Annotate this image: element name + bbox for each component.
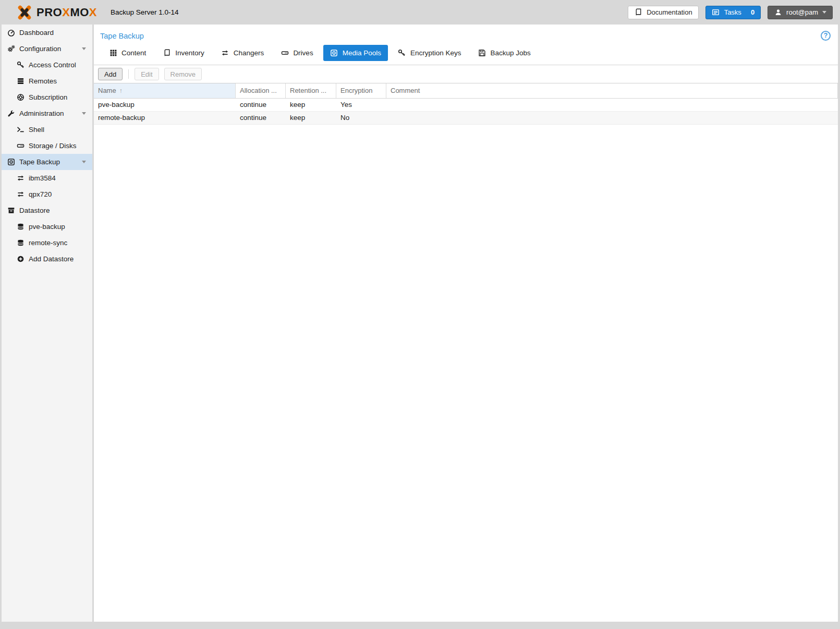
sidebar-item-administration[interactable]: Administration <box>2 105 92 122</box>
book-icon <box>163 49 171 57</box>
edit-button[interactable]: Edit <box>135 68 159 80</box>
tab-label: Content <box>121 49 146 57</box>
key-icon <box>16 61 25 69</box>
sidebar-item-label: Configuration <box>19 45 61 53</box>
tasks-label: Tasks <box>724 8 741 16</box>
sidebar-item-label: Subscription <box>29 93 67 101</box>
tab-media-pools[interactable]: Media Pools <box>323 45 388 61</box>
sidebar-item-dashboard[interactable]: Dashboard <box>2 25 92 41</box>
sidebar-item-label: Access Control <box>29 61 76 69</box>
proxmox-logo: PROXMOX <box>16 4 97 21</box>
task-list-icon <box>712 8 720 17</box>
media-pools-grid: Name Allocation ... Retention ... Encryp… <box>94 83 838 622</box>
tab-backup-jobs[interactable]: Backup Jobs <box>471 45 537 61</box>
tab-label: Drives <box>293 49 313 57</box>
sidebar-item-subscription[interactable]: Subscription <box>2 89 92 105</box>
lifering-icon <box>16 93 25 102</box>
user-icon <box>774 8 782 17</box>
cell-encryption: No <box>336 112 386 124</box>
cell-retention: keep <box>286 112 336 124</box>
archive-icon <box>7 207 15 215</box>
sidebar-item-label: Remotes <box>29 77 57 85</box>
toolbar: Add Edit Remove <box>94 65 838 83</box>
sidebar-item-ibm3584[interactable]: ibm3584 <box>2 170 92 186</box>
tasks-button[interactable]: Tasks 0 <box>705 6 761 19</box>
caret-down-icon <box>82 112 86 115</box>
key-icon <box>398 49 406 57</box>
sidebar-item-remotes[interactable]: Remotes <box>2 73 92 89</box>
top-bar: PROXMOX Backup Server 1.0-14 Documentati… <box>0 0 840 25</box>
documentation-button[interactable]: Documentation <box>628 6 698 19</box>
remove-button[interactable]: Remove <box>164 68 202 80</box>
app-title: Backup Server 1.0-14 <box>111 8 179 16</box>
sidebar-item-label: Storage / Disks <box>29 142 77 150</box>
tab-label: Inventory <box>175 49 204 57</box>
tab-encryption-keys[interactable]: Encryption Keys <box>391 45 468 61</box>
cell-allocation: continue <box>236 99 286 111</box>
main-panel: Tape Backup Content Inventory Chan <box>94 25 838 622</box>
tab-label: Encryption Keys <box>410 49 461 57</box>
documentation-label: Documentation <box>647 8 692 16</box>
sidebar-item-shell[interactable]: Shell <box>2 122 92 138</box>
column-header-name[interactable]: Name <box>94 83 236 98</box>
add-button[interactable]: Add <box>98 68 123 80</box>
table-row[interactable]: pve-backup continue keep Yes <box>94 99 838 112</box>
sidebar-item-add-datastore[interactable]: Add Datastore <box>2 251 92 267</box>
sidebar-item-label: pve-backup <box>29 223 65 231</box>
cell-retention: keep <box>286 99 336 111</box>
tape-icon <box>7 158 15 166</box>
column-header-retention[interactable]: Retention ... <box>286 83 336 98</box>
sidebar-item-label: Administration <box>19 110 64 117</box>
sidebar-item-tape-backup[interactable]: Tape Backup <box>2 154 92 170</box>
sidebar-item-label: Tape Backup <box>19 158 60 166</box>
tab-drives[interactable]: Drives <box>274 45 320 61</box>
cell-comment <box>386 99 838 111</box>
column-header-encryption[interactable]: Encryption <box>336 83 386 98</box>
sidebar-item-label: Dashboard <box>19 29 54 37</box>
caret-down-icon <box>82 47 86 50</box>
server-icon <box>16 77 25 86</box>
wrench-icon <box>7 110 15 118</box>
exchange-icon <box>221 49 229 57</box>
exchange-icon <box>16 190 25 199</box>
sidebar-item-configuration[interactable]: Configuration <box>2 41 92 57</box>
tape-icon <box>330 49 338 57</box>
sidebar-item-remote-sync[interactable]: remote-sync <box>2 235 92 251</box>
sidebar-item-pve-backup[interactable]: pve-backup <box>2 219 92 235</box>
tab-label: Changers <box>234 49 264 57</box>
sidebar: Dashboard Configuration Access Control R… <box>2 25 92 622</box>
cell-name: pve-backup <box>94 99 236 111</box>
database-icon <box>16 239 25 247</box>
hdd-icon <box>281 49 289 57</box>
user-menu-button[interactable]: root@pam <box>768 6 833 19</box>
sidebar-item-label: qpx720 <box>29 190 52 198</box>
hdd-icon <box>16 142 25 150</box>
toolbar-separator <box>128 69 129 79</box>
app-body: Dashboard Configuration Access Control R… <box>0 25 840 622</box>
cell-comment <box>386 112 838 124</box>
sidebar-item-qpx720[interactable]: qpx720 <box>2 186 92 202</box>
panel-titlebar: Tape Backup <box>94 25 838 41</box>
table-row[interactable]: remote-backup continue keep No <box>94 112 838 125</box>
tab-content[interactable]: Content <box>102 45 153 61</box>
sidebar-item-access-control[interactable]: Access Control <box>2 57 92 73</box>
cell-name: remote-backup <box>94 112 236 124</box>
sidebar-item-label: Add Datastore <box>29 255 74 263</box>
sidebar-item-label: ibm3584 <box>29 174 56 182</box>
column-header-allocation[interactable]: Allocation ... <box>236 83 286 98</box>
page-title: Tape Backup <box>100 32 144 40</box>
sidebar-item-storage-disks[interactable]: Storage / Disks <box>2 138 92 154</box>
tab-label: Media Pools <box>343 49 381 57</box>
help-icon[interactable] <box>821 31 831 41</box>
tab-inventory[interactable]: Inventory <box>156 45 211 61</box>
terminal-icon <box>16 126 25 134</box>
tab-changers[interactable]: Changers <box>214 45 271 61</box>
cell-allocation: continue <box>236 112 286 124</box>
tab-bar: Content Inventory Changers Drives <box>94 45 838 65</box>
save-icon <box>478 49 486 57</box>
sidebar-item-datastore[interactable]: Datastore <box>2 202 92 219</box>
user-label: root@pam <box>786 8 818 16</box>
book-icon <box>634 8 642 17</box>
database-icon <box>16 223 25 231</box>
column-header-comment[interactable]: Comment <box>386 83 838 98</box>
